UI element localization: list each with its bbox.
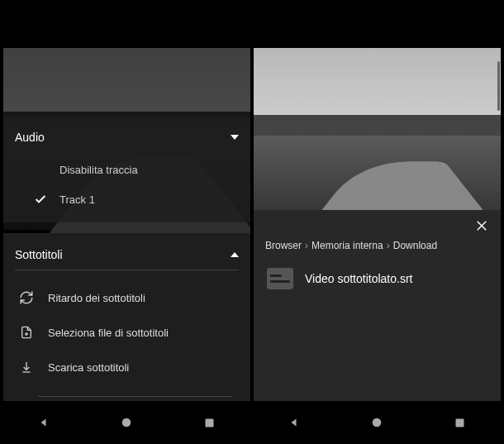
nav-home-button[interactable] — [360, 406, 393, 439]
divider — [15, 270, 239, 270]
nav-back-button[interactable] — [28, 406, 61, 439]
audio-section: Audio Disabilita traccia Track 1 — [3, 117, 250, 222]
breadcrumb-root[interactable]: Browser — [265, 240, 302, 251]
caret-down-icon — [231, 135, 239, 140]
track1-label: Track 1 — [59, 193, 239, 206]
file-icon — [18, 325, 35, 340]
scrollbar[interactable] — [497, 61, 500, 111]
close-button[interactable] — [474, 218, 489, 233]
navbar-right — [254, 404, 501, 441]
subtitle-file-item[interactable]: Video sottotitolato.srt — [265, 263, 489, 294]
subtitles-header[interactable]: Sottotitoli — [15, 245, 239, 265]
disable-track-option[interactable]: Disabilita traccia — [33, 155, 239, 184]
subtitle-file-icon — [267, 268, 293, 289]
nav-back-button[interactable] — [278, 406, 311, 439]
svg-rect-4 — [205, 418, 213, 427]
audio-title: Audio — [15, 131, 45, 144]
disable-track-label: Disabilita traccia — [59, 164, 239, 176]
select-subtitle-file-button[interactable]: Seleziona file di sottotitoli — [15, 315, 239, 350]
nav-recent-button[interactable] — [443, 406, 476, 439]
navbar-left — [3, 404, 250, 441]
sync-icon — [18, 290, 35, 305]
caret-up-icon — [231, 252, 239, 257]
nav-recent-button[interactable] — [193, 406, 226, 439]
divider — [38, 396, 232, 397]
audio-header[interactable]: Audio — [15, 127, 239, 147]
download-subtitles-button[interactable]: Scarica sottotitoli — [15, 350, 239, 384]
subtitle-delay-label: Ritardo dei sottotitoli — [48, 292, 145, 304]
chevron-right-icon: › — [305, 240, 308, 251]
svg-rect-8 — [455, 418, 464, 427]
subtitle-delay-button[interactable]: Ritardo dei sottotitoli — [15, 280, 239, 315]
file-browser-panel: Browser › Memoria interna › Download Vid… — [254, 210, 501, 401]
select-subtitle-label: Seleziona file di sottotitoli — [48, 327, 169, 339]
track1-option[interactable]: Track 1 — [33, 184, 239, 214]
subtitles-section: Sottotitoli Ritardo dei sottotitoli Sele… — [3, 233, 250, 401]
breadcrumb: Browser › Memoria interna › Download — [265, 238, 489, 263]
svg-point-7 — [373, 418, 382, 427]
download-subtitle-label: Scarica sottotitoli — [48, 361, 129, 374]
right-screenshot: Browser › Memoria interna › Download Vid… — [254, 3, 501, 441]
download-icon — [18, 360, 35, 375]
subtitles-title: Sottotitoli — [15, 248, 63, 261]
svg-point-3 — [122, 418, 131, 427]
breadcrumb-leaf[interactable]: Download — [393, 240, 437, 251]
chevron-right-icon: › — [387, 240, 390, 251]
left-screenshot: Audio Disabilita traccia Track 1 Sottoti… — [3, 3, 250, 441]
check-icon — [33, 193, 48, 206]
breadcrumb-mid[interactable]: Memoria interna — [311, 240, 383, 251]
nav-home-button[interactable] — [110, 406, 143, 439]
file-name: Video sottotitolato.srt — [305, 272, 412, 285]
